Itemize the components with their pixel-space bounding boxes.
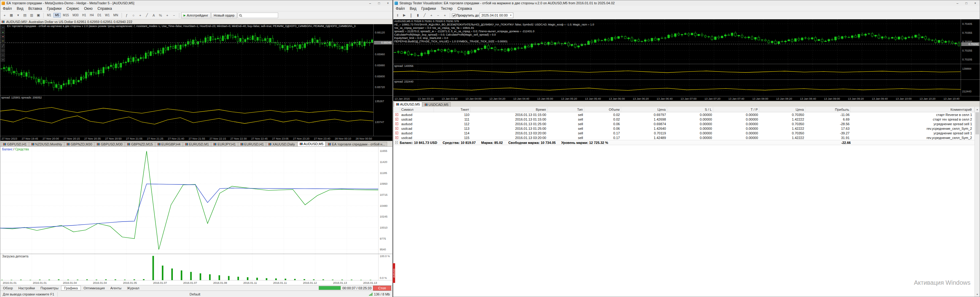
bars-style-icon[interactable]: ║	[408, 12, 414, 18]
timeframe-m30[interactable]: M30	[71, 13, 80, 17]
chart-tab[interactable]: AUDUSD,M5	[298, 141, 326, 146]
table-row[interactable]: ▾audusd1102016.01.13 01:15:00sell0.020.6…	[393, 112, 974, 117]
tester-tab-Журнал[interactable]: Журнал	[124, 286, 142, 291]
chart-tab[interactable]: NZDUSD,Monthly	[29, 142, 64, 146]
spread-indicator-pane[interactable]: spread: 125901 spreads: 206052 135267133…	[0, 95, 392, 136]
table-row[interactable]: ▾audusd1122016.01.13 01:25:00sell0.060.6…	[393, 122, 974, 126]
crosshair-icon[interactable]: +	[442, 12, 448, 18]
table-header-2[interactable]: Время	[471, 107, 547, 112]
menu-item[interactable]: Файл	[0, 6, 14, 11]
timeframe-w1[interactable]: W1	[103, 13, 111, 17]
buy-marker-icon[interactable]: ▴	[1, 30, 5, 34]
stop-button[interactable]: Стоп	[373, 286, 391, 291]
viz-symbol-tab[interactable]: AUDUSD,M5	[394, 102, 422, 107]
minimize-button[interactable]: –	[366, 0, 375, 6]
scroll-down-icon[interactable]: ▼	[975, 292, 980, 297]
viz-spread2-pane[interactable]: spread: 232440 212443	[393, 79, 980, 96]
tester-tab-Агенты[interactable]: Агенты	[107, 286, 124, 291]
price-axis[interactable]: 0.661200.660400.659600.658800.658000.657…	[373, 24, 392, 95]
table-header-10[interactable]: Комментарий	[851, 107, 974, 112]
trendline-icon[interactable]: ╱	[144, 12, 150, 18]
left-titlebar[interactable]: ЕА торговля спредами - MetaQuotes-Demo -…	[0, 0, 392, 6]
scroll-up-icon[interactable]: ▲	[975, 107, 980, 112]
scroll-date-field[interactable]: 2025.04.01 00:00 ▾	[480, 13, 513, 18]
table-row[interactable]: ▾usdcad1112016.01.13 01:15:00sell0.021.4…	[393, 117, 974, 122]
text-tool-icon[interactable]: T	[1, 39, 5, 43]
table-row[interactable]: ▾usdcad1132016.01.13 01:25:00sell0.061.4…	[393, 126, 974, 131]
scroll-to-checkbox[interactable]	[452, 14, 456, 17]
navigator-icon[interactable]: ▥	[29, 12, 35, 18]
chart-profiles-icon[interactable]: ▾	[15, 12, 21, 18]
algo-trading-button[interactable]: ▶Алготрейдинг	[181, 12, 211, 18]
chart-tab[interactable]: ЕА торговля спредами - отбой н...	[326, 142, 387, 146]
indicators-icon[interactable]: ƒ	[124, 12, 130, 18]
zoom-out-icon[interactable]: −	[435, 12, 441, 18]
menu-item[interactable]: Графики	[419, 6, 438, 11]
ellipse-tool-icon[interactable]: ○	[1, 53, 5, 57]
price-chart-pane[interactable]: +▴▾T╱□○× ЕА торговля спредами - отбой на…	[0, 24, 392, 95]
menu-item[interactable]: Сервис	[64, 6, 82, 11]
close-button[interactable]: ×	[971, 0, 980, 6]
table-header-1[interactable]: Тикет	[434, 107, 471, 112]
timeframe-h4[interactable]: H4	[88, 13, 95, 17]
menu-item[interactable]: Тестер	[438, 6, 455, 11]
chart-tab[interactable]: GBPUSD,M30	[95, 142, 125, 146]
table-header-9[interactable]: Прибыль	[805, 107, 851, 112]
tester-tab-Обзор[interactable]: Обзор	[0, 286, 16, 291]
viz-price-plot[interactable]: AUDUSD,M5 0.70328 0.70291 0.70328 0.7029…	[393, 19, 961, 64]
new-order-button[interactable]: Новый ордер	[211, 12, 237, 18]
table-header-5[interactable]: Цена	[621, 107, 667, 112]
chart-tab[interactable]: EURGBP,H4	[155, 142, 183, 146]
timeframe-mn[interactable]: MN	[112, 13, 120, 17]
table-header-8[interactable]: Цена	[759, 107, 805, 112]
menu-item[interactable]: Окно	[82, 6, 95, 11]
tester-tab-Настройки[interactable]: Настройки	[16, 286, 38, 291]
viz-spread1-plot[interactable]: spread: 140056	[393, 64, 961, 79]
chart-tab[interactable]: EURUSD,H1	[238, 142, 266, 146]
chart-tab[interactable]: XAUUSD,Daily	[266, 142, 297, 146]
viz-symbol-tab[interactable]: USDCAD,M5	[422, 102, 451, 107]
toolbox-icon[interactable]: ▣	[35, 12, 41, 18]
menu-item[interactable]: Вставка	[26, 6, 45, 11]
line-style-icon[interactable]: ╱	[422, 12, 428, 18]
maximize-button[interactable]: □	[375, 0, 383, 6]
menu-item[interactable]: Справка	[95, 6, 115, 11]
viz-spread1-pane[interactable]: spread: 140056 139884	[393, 64, 980, 79]
zoom-out-icon[interactable]: −	[171, 12, 177, 18]
balance-chart-plot[interactable]: Баланс / Средства	[0, 147, 378, 254]
table-header-4[interactable]: Объем	[584, 107, 621, 112]
play-icon[interactable]: ▶	[401, 12, 407, 18]
sell-marker-icon[interactable]: ▾	[1, 35, 5, 39]
menu-item[interactable]: Вид	[14, 6, 26, 11]
menu-item[interactable]: Графики	[45, 6, 64, 11]
scrollbar-thumb[interactable]	[975, 112, 979, 134]
viz-price-pane[interactable]: AUDUSD,M5 0.70328 0.70291 0.70328 0.7029…	[393, 19, 980, 64]
tester-tab-Графика[interactable]: Графика	[61, 286, 81, 291]
chart-tab[interactable]: GBPNZD,M15	[125, 142, 155, 146]
viz-time-axis[interactable]: 13 Jan 201613 Jan 03:2013 Jan 03:4013 Ja…	[393, 96, 980, 101]
search-box[interactable]	[238, 13, 278, 18]
tester-tab-Параметры[interactable]: Параметры	[38, 286, 61, 291]
text-label-icon[interactable]: A	[151, 12, 157, 18]
menu-item[interactable]: Справка	[455, 6, 474, 11]
table-header-3[interactable]: Тип	[547, 107, 584, 112]
time-axis[interactable]: 27 Nov 202327 Nov 19:4527 Nov 20:0027 No…	[0, 136, 392, 141]
market-watch-icon[interactable]: ▤	[22, 12, 28, 18]
chart-tab[interactable]: EURJPY,H1	[211, 142, 238, 146]
viz-price-axis[interactable]: 0.704050.703550.703050.702550.702050.702…	[961, 19, 980, 64]
table-header-6[interactable]: S / L	[667, 107, 713, 112]
chart-tab[interactable]: EURUSD,M1	[183, 142, 211, 146]
chart-tab[interactable]: GBPUSD,H1	[1, 142, 29, 146]
menu-item[interactable]: Файл	[393, 6, 407, 11]
timeframe-h1[interactable]: H1	[81, 13, 88, 17]
new-chart-icon[interactable]: ▦	[8, 12, 14, 18]
pause-icon[interactable]: ‖	[395, 12, 401, 18]
status-profile[interactable]: Default	[190, 292, 200, 296]
deposit-load-plot[interactable]: Загрузка депозита	[0, 254, 378, 280]
chart-caption-bar[interactable]: AUDUSD,M5!: Australian Dollar vs US Doll…	[0, 19, 392, 24]
cursor-icon[interactable]: +	[1, 25, 5, 29]
search-input[interactable]	[243, 14, 277, 17]
fibonacci-icon[interactable]: %	[158, 12, 164, 18]
trend-tool-icon[interactable]: ╱	[1, 44, 5, 48]
rect-tool-icon[interactable]: □	[1, 48, 5, 52]
